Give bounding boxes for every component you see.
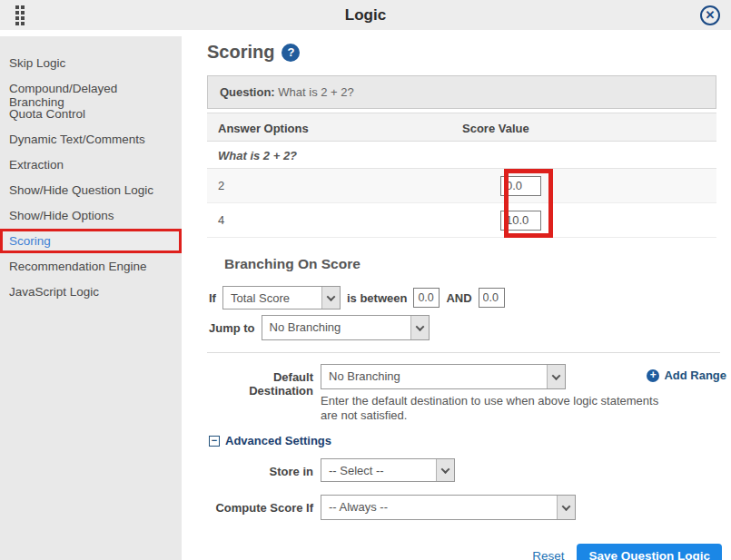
question-text: What is 2 + 2? bbox=[278, 85, 353, 99]
is-between-label: is between bbox=[347, 291, 407, 305]
table-row: 4 bbox=[207, 203, 716, 238]
plus-circle-icon: + bbox=[647, 369, 659, 382]
store-in-row: Store in -- Select -- bbox=[207, 458, 716, 482]
sidebar-item-compound-delayed-branching[interactable]: Compound/Delayed Branching bbox=[0, 76, 182, 101]
table-row: 2 bbox=[207, 169, 716, 203]
titlebar-divider bbox=[0, 30, 731, 36]
sidebar-item-recommendation-engine[interactable]: Recommendation Engine bbox=[0, 254, 182, 279]
chevron-down-icon bbox=[410, 316, 429, 339]
sidebar-item-javascript-logic[interactable]: JavaScript Logic bbox=[0, 280, 182, 304]
question-group-row: What is 2 + 2? bbox=[207, 142, 716, 169]
answer-options-header: Answer Options bbox=[218, 122, 309, 133]
logic-sidebar: Skip Logic Compound/Delayed Branching Qu… bbox=[0, 36, 182, 560]
section-divider bbox=[207, 352, 720, 353]
save-question-logic-button[interactable]: Save Question Logic bbox=[577, 544, 722, 560]
dialog-title: Logic bbox=[0, 6, 731, 25]
chevron-down-icon bbox=[557, 496, 575, 519]
question-box: Question: What is 2 + 2? bbox=[207, 75, 716, 109]
default-destination-label: Default Destination bbox=[207, 364, 313, 423]
jump-to-row: Jump to No Branching bbox=[209, 315, 716, 340]
compute-score-if-label: Compute Score If bbox=[207, 495, 313, 520]
sidebar-item-show-hide-options[interactable]: Show/Hide Options bbox=[0, 203, 182, 228]
minus-square-icon: − bbox=[209, 436, 220, 447]
compute-score-row: Compute Score If -- Always -- bbox=[207, 495, 716, 520]
dialog-titlebar: Logic ✕ bbox=[0, 0, 731, 30]
and-label: AND bbox=[446, 291, 471, 305]
sidebar-item-show-hide-question-logic[interactable]: Show/Hide Question Logic bbox=[0, 178, 182, 202]
sidebar-item-dynamic-text-comments[interactable]: Dynamic Text/Comments bbox=[0, 127, 182, 152]
range-max-input[interactable] bbox=[479, 288, 505, 308]
branching-on-score-heading: Branching On Score bbox=[224, 256, 716, 272]
page-title: Scoring bbox=[207, 42, 274, 63]
close-icon[interactable]: ✕ bbox=[700, 5, 720, 25]
question-label: Question: bbox=[220, 85, 275, 99]
footer-actions: Reset Save Question Logic bbox=[207, 544, 722, 560]
advanced-settings-toggle[interactable]: − Advanced Settings bbox=[209, 434, 716, 447]
compute-score-if-select[interactable]: -- Always -- bbox=[321, 495, 576, 520]
table-header-row: Answer Options Score Value bbox=[207, 113, 716, 142]
sidebar-item-extraction[interactable]: Extraction bbox=[0, 152, 182, 177]
default-destination-help-text: Enter the default destination to use whe… bbox=[321, 394, 666, 423]
help-icon[interactable]: ? bbox=[282, 44, 300, 62]
score-table: Answer Options Score Value What is 2 + 2… bbox=[207, 113, 716, 238]
reset-link[interactable]: Reset bbox=[532, 549, 564, 560]
store-in-select[interactable]: -- Select -- bbox=[321, 458, 455, 482]
chevron-down-icon bbox=[436, 459, 454, 481]
chevron-down-icon bbox=[321, 287, 340, 309]
if-label: If bbox=[209, 291, 216, 305]
sidebar-item-scoring[interactable]: Scoring bbox=[0, 229, 182, 253]
store-in-label: Store in bbox=[207, 458, 313, 482]
default-destination-row: Default Destination No Branching Enter t… bbox=[207, 364, 726, 423]
sidebar-item-skip-logic[interactable]: Skip Logic bbox=[0, 51, 182, 75]
default-destination-select[interactable]: No Branching bbox=[321, 364, 566, 389]
score-condition-row: If Total Score is between AND bbox=[209, 286, 716, 309]
score-metric-select[interactable]: Total Score bbox=[222, 286, 341, 309]
add-range-link[interactable]: + Add Range bbox=[647, 368, 726, 382]
scoring-panel: Scoring ? Question: What is 2 + 2? Answe… bbox=[182, 36, 731, 560]
score-value-header: Score Value bbox=[462, 122, 706, 133]
range-min-input[interactable] bbox=[413, 288, 440, 308]
answer-option-label: 4 bbox=[218, 213, 224, 227]
score-value-input[interactable] bbox=[500, 176, 541, 196]
answer-option-label: 2 bbox=[218, 179, 224, 192]
jump-to-label: Jump to bbox=[209, 321, 255, 335]
score-value-input[interactable] bbox=[500, 211, 541, 231]
chevron-down-icon bbox=[547, 365, 565, 388]
jump-to-select[interactable]: No Branching bbox=[262, 315, 430, 340]
